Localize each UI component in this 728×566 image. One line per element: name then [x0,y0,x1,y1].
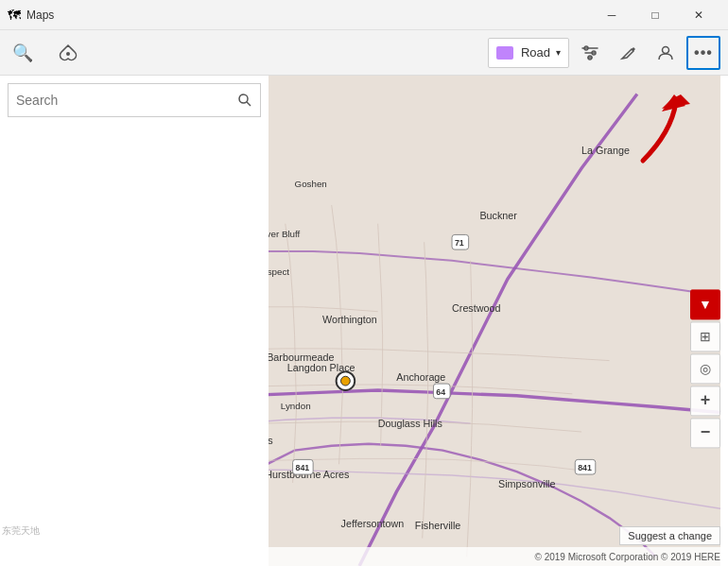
search-toolbar-button[interactable]: 🔍 [4,34,42,72]
filter-button[interactable] [573,36,607,70]
svg-text:841: 841 [578,463,592,472]
svg-text:Barbourmeade: Barbourmeade [267,352,334,363]
suggest-change-button[interactable]: Suggest a change [619,526,720,545]
draw-icon [619,44,636,61]
profile-button[interactable] [649,36,683,70]
copyright-text: © 2019 Microsoft Corporation © 2019 HERE [535,552,721,562]
grid-view-button[interactable]: ⊞ [690,321,720,352]
maps-icon: 🗺 [8,8,21,23]
chevron-down-icon: ▾ [556,47,561,58]
left-sidebar [0,76,269,566]
zoom-in-button[interactable]: + [690,386,720,416]
title-bar-controls: ─ □ ✕ [590,0,720,30]
svg-text:Anchorage: Anchorage [396,371,445,383]
svg-text:Simpsonville: Simpsonville [498,478,555,489]
svg-point-57 [239,94,248,103]
svg-text:Douglass Hills: Douglass Hills [378,418,442,429]
svg-point-4 [663,46,669,53]
svg-text:Goshen: Goshen [295,179,327,189]
road-dropdown[interactable]: Road ▾ [488,38,569,68]
favorite-icon [59,43,78,62]
minimize-button[interactable]: ─ [590,0,633,30]
toolbar-left: 🔍 [4,34,87,72]
svg-text:Crestwood: Crestwood [452,302,500,314]
road-label: Road [521,45,550,60]
title-bar: 🗺 Maps ─ □ ✕ [0,0,728,30]
svg-point-56 [341,376,351,386]
svg-text:Jeffersontown: Jeffersontown [341,518,405,529]
search-toolbar-icon: 🔍 [12,43,33,63]
svg-text:La Grange: La Grange [581,145,630,156]
svg-text:64: 64 [436,387,445,397]
toolbar-right: Road ▾ [488,36,720,70]
favorite-toolbar-button[interactable] [49,34,87,72]
search-button[interactable] [237,93,252,108]
profile-icon [657,44,674,61]
svg-text:Lyndon: Lyndon [281,401,311,411]
maximize-button[interactable]: □ [633,0,677,30]
top-toolbar: 🔍 Road ▾ [0,30,728,76]
svg-text:Buckner: Buckner [479,210,517,221]
search-icon [237,93,252,108]
search-box [8,83,261,117]
title-bar-left: 🗺 Maps [8,8,54,23]
target-location-button[interactable]: ◎ [690,353,720,384]
zoom-out-button[interactable]: − [690,418,720,448]
app-container: 🔍 Road ▾ [0,30,728,566]
app-title: Maps [26,9,54,22]
svg-point-0 [66,52,70,56]
svg-text:71: 71 [455,238,464,248]
svg-text:841: 841 [296,463,310,472]
copyright-bar: © 2019 Microsoft Corporation © 2019 HERE [0,547,728,566]
svg-text:Fisherville: Fisherville [415,520,460,531]
road-map-icon [496,46,513,60]
filter-icon [581,44,598,61]
location-button[interactable]: ▼ [690,289,720,319]
more-dots-icon: ••• [694,44,713,61]
svg-text:Worthington: Worthington [322,314,377,325]
draw-button[interactable] [611,36,645,70]
search-input[interactable] [16,93,237,108]
close-button[interactable]: ✕ [677,0,720,30]
svg-line-58 [247,102,251,106]
main-content: La Grange Goshen River Bluff Buckner Pro… [0,76,728,566]
map-controls: ▼ ⊞ ◎ + − [690,289,720,448]
more-options-button[interactable]: ••• [686,36,720,70]
